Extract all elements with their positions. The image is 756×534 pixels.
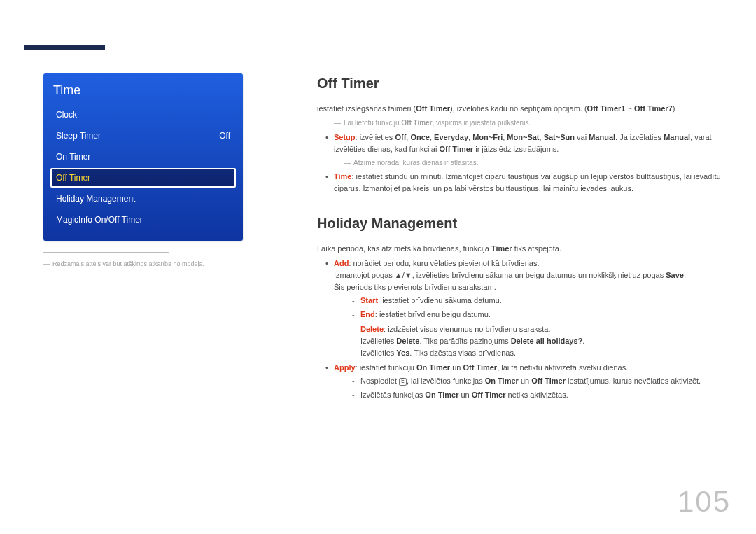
dash-icon: ―	[43, 260, 50, 267]
start-dash: Start: iestatiet brīvdienu sākuma datumu…	[360, 295, 722, 307]
delete-line2: Izvēlieties Delete. Tiks parādīts paziņo…	[360, 335, 722, 347]
menu-item-label: Sleep Timer	[56, 131, 101, 141]
menu-item-value: Off	[219, 131, 230, 141]
footnote-text: ―Redzamais attēls var būt atšķirīgs atka…	[43, 260, 225, 269]
delete-dash: Delete: izdzēsiet visus vienumus no brīv…	[360, 323, 722, 359]
holiday-intro: Laika periodā, kas atzīmēts kā brīvdiena…	[317, 243, 722, 255]
menu-item-clock[interactable]: Clock	[50, 105, 236, 125]
off-timer-note: ―Lai lietotu funkciju Off Timer, vispirm…	[317, 118, 722, 129]
heading-holiday-management: Holiday Management	[317, 213, 722, 234]
menu-item-label: On Timer	[56, 152, 90, 162]
holiday-bullets: Add: norādiet periodu, kuru vēlaties pie…	[317, 258, 722, 401]
menu-item-holiday-management[interactable]: Holiday Management	[50, 189, 236, 209]
add-sublist: Start: iestatiet brīvdienu sākuma datumu…	[334, 295, 722, 358]
menu-item-magicinfo-timer[interactable]: MagicInfo On/Off Timer	[50, 210, 236, 230]
menu-item-sleep-timer[interactable]: Sleep Timer Off	[50, 126, 236, 146]
time-menu-panel: Time Clock Sleep Timer Off On Timer Off …	[43, 73, 243, 241]
menu-item-label: Clock	[56, 110, 77, 120]
page-number: 105	[678, 485, 731, 519]
apply-bullet: Apply: iestatiet funkciju On Timer un Of…	[334, 362, 722, 401]
off-timer-intro: iestatiet izslēgšanas taimeri (Off Timer…	[317, 103, 722, 115]
delete-line3: Izvēlieties Yes. Tiks dzēstas visas brīv…	[360, 347, 722, 359]
enter-button-icon: E	[399, 378, 407, 386]
menu-title: Time	[53, 83, 233, 98]
off-timer-bullets: Setup: izvēlieties Off, Once, Everyday, …	[317, 132, 722, 195]
up-down-arrow-icon: ▲/▼	[395, 271, 412, 279]
add-line2: Izmantojot pogas ▲/▼, izvēlieties brīvdi…	[334, 269, 722, 281]
add-line3: Šis periods tiks pievienots brīvdienu sa…	[334, 281, 722, 293]
menu-item-label: MagicInfo On/Off Timer	[56, 215, 143, 225]
heading-off-timer: Off Timer	[317, 73, 722, 94]
apply-dash-2: Izvēlētās funkcijas On Timer un Off Time…	[360, 389, 722, 401]
apply-sublist: Nospiediet E, lai izvēlētos funkcijas On…	[334, 375, 722, 401]
setup-note: ―Atzīme norāda, kuras dienas ir atlasīta…	[334, 157, 722, 169]
main-content: Off Timer iestatiet izslēgšanas taimeri …	[317, 73, 722, 405]
dash-icon: ―	[334, 119, 341, 127]
menu-item-off-timer[interactable]: Off Timer	[50, 168, 236, 188]
menu-item-label: Off Timer	[56, 173, 90, 183]
apply-dash-1: Nospiediet E, lai izvēlētos funkcijas On…	[360, 375, 722, 387]
header-rule	[24, 48, 732, 48]
left-footnote-area: ―Redzamais attēls var būt atšķirīgs atka…	[43, 252, 225, 269]
menu-item-on-timer[interactable]: On Timer	[50, 147, 236, 167]
dash-icon: ―	[344, 159, 351, 167]
footnote-rule	[43, 252, 169, 253]
add-bullet: Add: norādiet periodu, kuru vēlaties pie…	[334, 258, 722, 358]
end-dash: End: iestatiet brīvdienu beigu datumu.	[360, 309, 722, 321]
time-bullet: Time: iestatiet stundu un minūti. Izmant…	[334, 171, 722, 195]
menu-item-label: Holiday Management	[56, 194, 135, 204]
setup-bullet: Setup: izvēlieties Off, Once, Everyday, …	[334, 132, 722, 169]
